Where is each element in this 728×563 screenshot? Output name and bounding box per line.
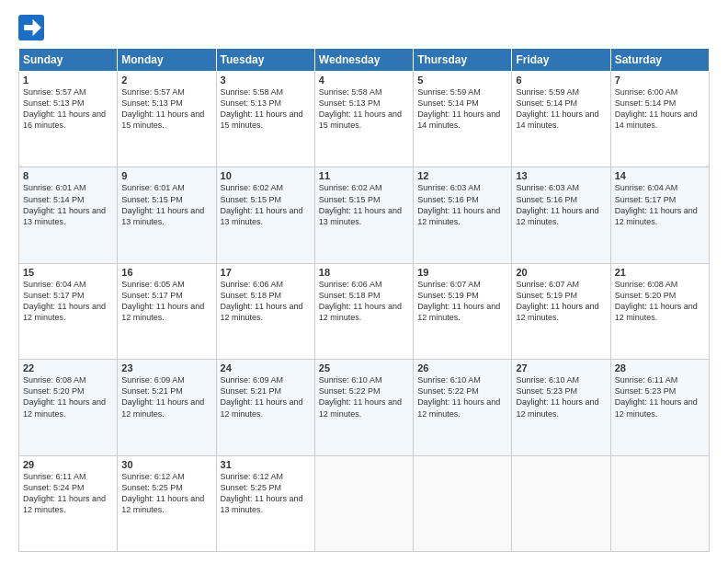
logo-icon (18, 15, 44, 40)
calendar-cell: 21Sunrise: 6:08 AMSunset: 5:20 PMDayligh… (610, 263, 709, 359)
calendar-cell: 14Sunrise: 6:04 AMSunset: 5:17 PMDayligh… (610, 167, 709, 263)
cell-text: Sunrise: 5:58 AMSunset: 5:13 PMDaylight:… (319, 87, 402, 130)
day-number: 23 (121, 362, 211, 373)
calendar-cell: 1Sunrise: 5:57 AMSunset: 5:13 PMDaylight… (19, 72, 118, 167)
calendar-cell: 6Sunrise: 5:59 AMSunset: 5:14 PMDaylight… (512, 72, 610, 167)
logo (18, 15, 48, 40)
calendar-cell: 8Sunrise: 6:01 AMSunset: 5:14 PMDaylight… (19, 167, 118, 263)
calendar-cell: 13Sunrise: 6:03 AMSunset: 5:16 PMDayligh… (512, 167, 610, 263)
week-row-2: 8Sunrise: 6:01 AMSunset: 5:14 PMDaylight… (19, 167, 710, 263)
day-number: 14 (615, 170, 705, 181)
calendar-cell (314, 455, 413, 551)
cell-text: Sunrise: 6:10 AMSunset: 5:22 PMDaylight:… (319, 375, 402, 418)
cell-text: Sunrise: 6:07 AMSunset: 5:19 PMDaylight:… (417, 280, 500, 322)
col-header-saturday: Saturday (610, 49, 709, 72)
cell-text: Sunrise: 5:59 AMSunset: 5:14 PMDaylight:… (417, 87, 500, 130)
calendar-cell: 27Sunrise: 6:10 AMSunset: 5:23 PMDayligh… (512, 360, 610, 455)
cell-text: Sunrise: 6:05 AMSunset: 5:17 PMDaylight:… (121, 280, 204, 322)
col-header-thursday: Thursday (414, 49, 512, 72)
day-number: 24 (221, 362, 311, 373)
calendar-table: SundayMondayTuesdayWednesdayThursdayFrid… (18, 48, 710, 552)
col-header-monday: Monday (118, 49, 216, 72)
day-number: 18 (319, 267, 409, 278)
calendar-cell: 31Sunrise: 6:12 AMSunset: 5:25 PMDayligh… (216, 455, 314, 551)
calendar-cell (610, 455, 709, 551)
cell-text: Sunrise: 6:08 AMSunset: 5:20 PMDaylight:… (615, 280, 698, 322)
cell-text: Sunrise: 6:07 AMSunset: 5:19 PMDaylight:… (516, 280, 598, 322)
calendar-cell: 7Sunrise: 6:00 AMSunset: 5:14 PMDaylight… (610, 72, 709, 167)
cell-text: Sunrise: 6:12 AMSunset: 5:25 PMDaylight:… (221, 472, 303, 514)
cell-text: Sunrise: 6:03 AMSunset: 5:16 PMDaylight:… (417, 183, 500, 225)
calendar-cell: 26Sunrise: 6:10 AMSunset: 5:22 PMDayligh… (414, 360, 512, 455)
week-row-1: 1Sunrise: 5:57 AMSunset: 5:13 PMDaylight… (19, 72, 710, 167)
day-number: 26 (417, 362, 507, 373)
calendar-cell: 28Sunrise: 6:11 AMSunset: 5:23 PMDayligh… (610, 360, 709, 455)
col-header-friday: Friday (512, 49, 610, 72)
week-row-3: 15Sunrise: 6:04 AMSunset: 5:17 PMDayligh… (19, 263, 710, 359)
cell-text: Sunrise: 6:01 AMSunset: 5:15 PMDaylight:… (121, 183, 204, 225)
page: SundayMondayTuesdayWednesdayThursdayFrid… (0, 0, 728, 563)
day-number: 7 (615, 75, 705, 86)
calendar-cell: 29Sunrise: 6:11 AMSunset: 5:24 PMDayligh… (19, 455, 118, 551)
day-number: 17 (221, 267, 311, 278)
day-number: 5 (417, 75, 507, 86)
calendar-cell: 19Sunrise: 6:07 AMSunset: 5:19 PMDayligh… (414, 263, 512, 359)
day-number: 2 (121, 75, 211, 86)
col-header-sunday: Sunday (19, 49, 118, 72)
day-number: 6 (516, 75, 606, 86)
day-number: 15 (23, 267, 113, 278)
cell-text: Sunrise: 6:10 AMSunset: 5:22 PMDaylight:… (417, 375, 500, 418)
cell-text: Sunrise: 6:02 AMSunset: 5:15 PMDaylight:… (319, 183, 402, 225)
col-header-tuesday: Tuesday (216, 49, 314, 72)
calendar-cell (512, 455, 610, 551)
cell-text: Sunrise: 5:59 AMSunset: 5:14 PMDaylight:… (516, 87, 598, 130)
calendar-cell: 2Sunrise: 5:57 AMSunset: 5:13 PMDaylight… (118, 72, 216, 167)
cell-text: Sunrise: 6:06 AMSunset: 5:18 PMDaylight:… (319, 280, 402, 322)
calendar-cell: 11Sunrise: 6:02 AMSunset: 5:15 PMDayligh… (314, 167, 413, 263)
day-number: 25 (319, 362, 409, 373)
calendar-cell: 23Sunrise: 6:09 AMSunset: 5:21 PMDayligh… (118, 360, 216, 455)
day-number: 10 (221, 170, 311, 181)
calendar-cell: 22Sunrise: 6:08 AMSunset: 5:20 PMDayligh… (19, 360, 118, 455)
cell-text: Sunrise: 6:11 AMSunset: 5:24 PMDaylight:… (23, 472, 106, 514)
week-row-5: 29Sunrise: 6:11 AMSunset: 5:24 PMDayligh… (19, 455, 710, 551)
calendar-cell: 30Sunrise: 6:12 AMSunset: 5:25 PMDayligh… (118, 455, 216, 551)
day-number: 11 (319, 170, 409, 181)
cell-text: Sunrise: 5:58 AMSunset: 5:13 PMDaylight:… (221, 87, 303, 130)
calendar-cell: 9Sunrise: 6:01 AMSunset: 5:15 PMDaylight… (118, 167, 216, 263)
col-header-wednesday: Wednesday (314, 49, 413, 72)
day-number: 4 (319, 75, 409, 86)
cell-text: Sunrise: 6:03 AMSunset: 5:16 PMDaylight:… (516, 183, 598, 225)
calendar-cell: 16Sunrise: 6:05 AMSunset: 5:17 PMDayligh… (118, 263, 216, 359)
cell-text: Sunrise: 6:01 AMSunset: 5:14 PMDaylight:… (23, 183, 106, 225)
week-row-4: 22Sunrise: 6:08 AMSunset: 5:20 PMDayligh… (19, 360, 710, 455)
day-number: 12 (417, 170, 507, 181)
cell-text: Sunrise: 5:57 AMSunset: 5:13 PMDaylight:… (23, 87, 106, 130)
day-number: 30 (121, 459, 211, 470)
cell-text: Sunrise: 6:04 AMSunset: 5:17 PMDaylight:… (23, 280, 106, 322)
cell-text: Sunrise: 6:10 AMSunset: 5:23 PMDaylight:… (516, 375, 598, 418)
cell-text: Sunrise: 6:00 AMSunset: 5:14 PMDaylight:… (615, 87, 698, 130)
calendar-cell: 18Sunrise: 6:06 AMSunset: 5:18 PMDayligh… (314, 263, 413, 359)
cell-text: Sunrise: 6:09 AMSunset: 5:21 PMDaylight:… (121, 375, 204, 418)
calendar-cell: 4Sunrise: 5:58 AMSunset: 5:13 PMDaylight… (314, 72, 413, 167)
cell-text: Sunrise: 6:12 AMSunset: 5:25 PMDaylight:… (121, 472, 204, 514)
day-number: 19 (417, 267, 507, 278)
calendar-cell: 20Sunrise: 6:07 AMSunset: 5:19 PMDayligh… (512, 263, 610, 359)
calendar-cell: 24Sunrise: 6:09 AMSunset: 5:21 PMDayligh… (216, 360, 314, 455)
day-number: 27 (516, 362, 606, 373)
day-number: 3 (221, 75, 311, 86)
cell-text: Sunrise: 6:09 AMSunset: 5:21 PMDaylight:… (221, 375, 303, 418)
day-number: 31 (221, 459, 311, 470)
day-number: 29 (23, 459, 113, 470)
header-row: SundayMondayTuesdayWednesdayThursdayFrid… (19, 49, 710, 72)
calendar-cell: 5Sunrise: 5:59 AMSunset: 5:14 PMDaylight… (414, 72, 512, 167)
day-number: 9 (121, 170, 211, 181)
header (18, 15, 710, 40)
calendar: SundayMondayTuesdayWednesdayThursdayFrid… (18, 48, 710, 552)
calendar-cell: 3Sunrise: 5:58 AMSunset: 5:13 PMDaylight… (216, 72, 314, 167)
calendar-cell: 12Sunrise: 6:03 AMSunset: 5:16 PMDayligh… (414, 167, 512, 263)
calendar-cell (414, 455, 512, 551)
cell-text: Sunrise: 6:02 AMSunset: 5:15 PMDaylight:… (221, 183, 303, 225)
calendar-cell: 25Sunrise: 6:10 AMSunset: 5:22 PMDayligh… (314, 360, 413, 455)
